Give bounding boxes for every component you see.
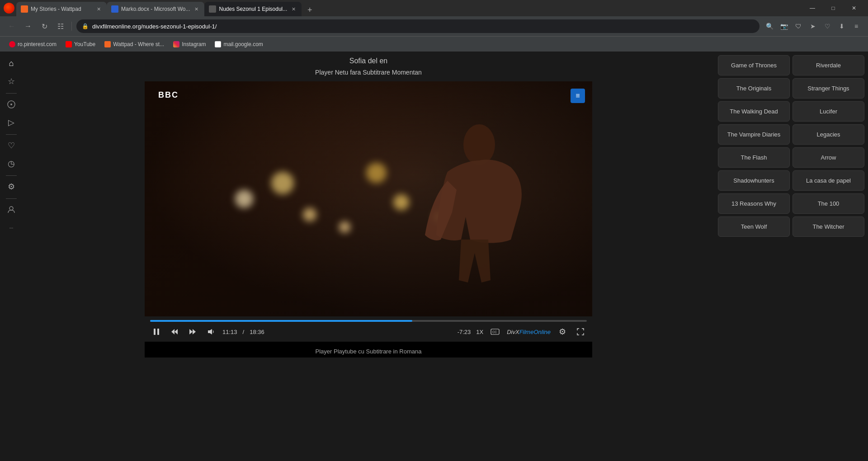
security-icon: 🔒 [82, 23, 89, 29]
svg-marker-6 [171, 329, 175, 334]
sidebar-item-s10[interactable]: Arrow [793, 147, 864, 168]
bookmark-wattpad-label: Wattpad - Where st... [113, 41, 164, 47]
settings-sidebar-icon[interactable]: ⚙ [3, 179, 19, 195]
minimize-button[interactable]: — [802, 0, 823, 16]
sidebar-item-s8[interactable]: Legacies [793, 124, 864, 145]
sidebar-item-s14[interactable]: The 100 [793, 193, 864, 214]
pause-button[interactable] [150, 325, 163, 338]
bookmark-pinterest[interactable]: ro.pinterest.com [5, 39, 60, 49]
page-content: Sofia del en Player Netu fara Subtitrare… [23, 52, 714, 461]
bookmark-youtube-label: YouTube [74, 41, 95, 47]
settings-video-button[interactable]: ⚙ [556, 325, 569, 338]
window-controls: — □ ✕ [802, 0, 864, 16]
bokeh-6 [366, 163, 387, 183]
address-bar: ← → ↻ ☷ 🔒 divxfilmeonline.org/nudes-sezo… [0, 16, 868, 36]
page-title: Sofia del en [349, 57, 388, 65]
url-bar[interactable]: 🔒 divxfilmeonline.org/nudes-sezonul-1-ep… [76, 19, 760, 33]
search-button[interactable]: 🔍 [763, 20, 776, 33]
video-area: Sofia del en Player Netu fara Subtitrare… [23, 52, 714, 461]
sidebar-divider-3 [6, 175, 17, 176]
bokeh-5 [393, 194, 409, 210]
bokeh-2 [303, 208, 316, 221]
reload-button[interactable]: ↻ [38, 20, 51, 33]
tab-close-word[interactable]: ✕ [193, 5, 200, 13]
address-separator [71, 22, 72, 31]
sidebar-item-s16[interactable]: The Witcher [793, 216, 864, 237]
menu-button[interactable]: ≡ [850, 20, 863, 33]
time-separator: / [243, 329, 245, 335]
close-button[interactable]: ✕ [844, 0, 864, 16]
screenshot-button[interactable]: 📷 [778, 20, 790, 33]
video-overlay-icon[interactable]: ≡ [571, 89, 585, 103]
home-icon[interactable]: ⌂ [3, 55, 19, 71]
wattpad-icon [104, 41, 111, 47]
sidebar-item-s7[interactable]: The Vampire Diaries [718, 124, 790, 145]
sidebar-item-s1[interactable]: Game of Thrones [718, 55, 790, 75]
compass-icon[interactable] [3, 96, 19, 113]
url-text: divxfilmeonline.org/nudes-sezonul-1-epis… [92, 23, 754, 30]
maximize-button[interactable]: □ [823, 0, 844, 16]
svg-marker-7 [175, 329, 178, 334]
sidebar-item-s6[interactable]: Lucifer [793, 101, 864, 122]
volume-button[interactable] [204, 325, 217, 338]
tab-close-divx[interactable]: ✕ [290, 5, 297, 13]
bokeh-3 [271, 172, 294, 194]
forward-button[interactable]: → [22, 20, 34, 33]
browser-chrome: My Stories - Wattpad ✕ Marko.docx - Micr… [0, 0, 868, 52]
tab-divx[interactable]: Nudes Sezonul 1 Episodul... ✕ [204, 2, 302, 16]
bokeh-1 [235, 190, 253, 208]
sidebar-item-s4[interactable]: Stranger Things [793, 78, 864, 99]
svg-point-1 [10, 103, 12, 105]
controls-row: 11:13 / 18:36 -7:23 1X CC DivXFilmeOnlin… [150, 325, 587, 338]
bookmark-youtube[interactable]: YouTube [62, 39, 99, 49]
sidebar-divider-2 [6, 134, 17, 135]
fullscreen-button[interactable] [574, 325, 587, 338]
send-button[interactable]: ➤ [807, 20, 819, 33]
bookmark-gmail[interactable]: mail.google.com [211, 39, 266, 49]
sidebar-item-s2[interactable]: Riverdale [793, 55, 864, 75]
heart-icon[interactable]: ♡ [3, 137, 19, 154]
user-icon[interactable] [3, 202, 19, 218]
svg-rect-5 [157, 329, 159, 335]
favorites-button[interactable]: ♡ [821, 20, 834, 33]
total-time: 18:36 [250, 329, 264, 335]
progress-bar[interactable] [150, 320, 587, 322]
sidebar-item-s11[interactable]: Shadowhunters [718, 170, 790, 191]
tab-close-wattpad[interactable]: ✕ [95, 5, 102, 13]
shield-button[interactable]: 🛡 [792, 20, 805, 33]
cc-button[interactable]: CC [489, 325, 501, 338]
bookmark-pinterest-label: ro.pinterest.com [18, 41, 57, 47]
clock-icon[interactable]: ◷ [3, 155, 19, 172]
sidebar-item-s9[interactable]: The Flash [718, 147, 790, 168]
svg-rect-4 [154, 329, 156, 335]
sidebar-item-s5[interactable]: The Walking Dead [718, 101, 790, 122]
sidebar-divider-4 [6, 198, 17, 199]
tab-favicon-divx [209, 5, 216, 13]
main-area: ⌂ ☆ ▷ ♡ ◷ ⚙ ··· Sofia del en Player Netu… [0, 52, 868, 461]
bookmark-wattpad[interactable]: Wattpad - Where st... [101, 39, 168, 49]
sidebar-item-s13[interactable]: 13 Reasons Why [718, 193, 790, 214]
video-frame[interactable]: BBC [145, 81, 592, 316]
sidebar-grid: Game of ThronesRiverdaleThe OriginalsStr… [718, 55, 864, 237]
apps-button[interactable]: ☷ [54, 20, 67, 33]
sidebar-item-s15[interactable]: Teen Wolf [718, 216, 790, 237]
bookmark-instagram[interactable]: Instagram [170, 39, 209, 49]
back-button[interactable]: ← [5, 20, 18, 33]
download-button[interactable]: ⬇ [835, 20, 848, 33]
play-icon[interactable]: ▷ [3, 114, 19, 131]
instagram-icon [173, 41, 179, 47]
speed-button[interactable]: 1X [476, 329, 483, 335]
pinterest-icon [9, 41, 15, 47]
tab-wattpad[interactable]: My Stories - Wattpad ✕ [16, 2, 107, 16]
svg-marker-9 [193, 329, 196, 334]
video-wrapper: BBC [145, 81, 592, 358]
sidebar-item-s12[interactable]: La casa de papel [793, 170, 864, 191]
new-tab-button[interactable]: + [303, 4, 316, 16]
star-icon[interactable]: ☆ [3, 73, 19, 89]
tab-word[interactable]: Marko.docx - Microsoft Wo... ✕ [107, 2, 204, 16]
rewind-button[interactable] [168, 325, 181, 338]
forward-video-button[interactable] [186, 325, 199, 338]
bookmark-gmail-label: mail.google.com [223, 41, 263, 47]
more-icon[interactable]: ··· [3, 220, 19, 236]
sidebar-item-s3[interactable]: The Originals [718, 78, 790, 99]
